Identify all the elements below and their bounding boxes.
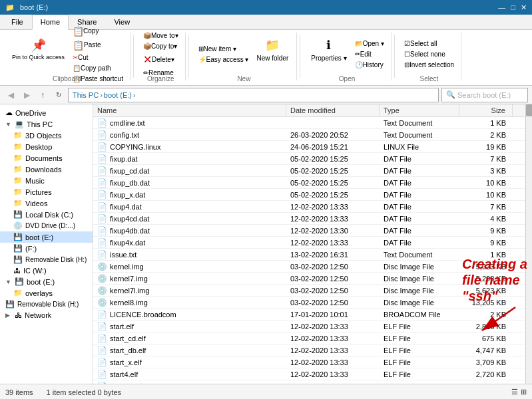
col-header-name[interactable]: Name [93, 104, 286, 116]
separator-4 [394, 35, 395, 78]
refresh-btn[interactable]: ↻ [52, 88, 65, 102]
table-row[interactable]: 📄fixup4x.dat12-02-2020 13:33DAT File9 KB [93, 237, 532, 249]
forward-btn[interactable]: ▶ [20, 88, 33, 102]
table-row[interactable]: 📄start_db.elf12-02-2020 13:33ELF File4,7… [93, 344, 532, 356]
back-btn[interactable]: ◀ [4, 88, 17, 102]
table-row[interactable]: 📄start_cd.elf12-02-2020 13:33ELF File675… [93, 332, 532, 344]
table-row[interactable]: 📄LICENCE.broadcom17-01-2020 10:01BROADCO… [93, 309, 532, 321]
file-modified-cell: 05-02-2020 15:25 [286, 166, 380, 176]
table-row[interactable]: 💿kernel7l.img03-02-2020 12:50Disc Image … [93, 285, 532, 297]
col-header-type[interactable]: Type [380, 104, 459, 116]
table-row[interactable]: 📄issue.txt13-02-2020 16:31Text Document1… [93, 249, 532, 261]
sidebar-item-onedrive[interactable]: ☁ OneDrive [0, 107, 93, 118]
cut-btn[interactable]: ✂ Cut [70, 53, 126, 63]
sidebar-item-downloads[interactable]: 📁 Downloads [0, 164, 93, 175]
file-name-cell: 📄start.elf [93, 321, 286, 332]
table-row[interactable]: 📄start_x.elf12-02-2020 13:33ELF File3,70… [93, 356, 532, 368]
copy-path-btn[interactable]: 📋 Copy path [70, 63, 126, 73]
easy-access-btn[interactable]: ⚡ Easy access ▾ [196, 55, 252, 65]
file-modified-cell: 03-02-2020 12:50 [286, 286, 380, 295]
sidebar-item-music[interactable]: 📁 Music [0, 175, 93, 186]
table-row[interactable]: 📄start4.elf12-02-2020 13:33ELF File2,720… [93, 368, 532, 380]
address-segment-boot[interactable]: boot (E:) [104, 91, 132, 99]
sidebar-item-thispc[interactable]: ▼ 💻 This PC [0, 118, 93, 130]
ribbon: 📌 Pin to Quick access 📋 Copy 📋 Paste ✂ C… [0, 30, 532, 86]
sidebar-item-pictures[interactable]: 📁 Pictures [0, 186, 93, 198]
icw-icon: 🖧 [13, 267, 21, 275]
col-header-size[interactable]: Size [459, 104, 513, 116]
col-header-modified[interactable]: Date modified [286, 104, 380, 116]
f-icon: 💾 [13, 244, 23, 253]
table-row[interactable]: 📄fixup.dat05-02-2020 15:25DAT File7 KB [93, 153, 532, 165]
edit-btn[interactable]: ✏ Edit [352, 49, 387, 59]
table-row[interactable]: 📄fixup4.dat12-02-2020 13:33DAT File7 KB [93, 201, 532, 213]
new-item-btn[interactable]: ⊞ New item ▾ [196, 44, 252, 54]
collapse-thispc[interactable]: ▼ [5, 121, 12, 128]
collapse-boot[interactable]: ▼ [5, 279, 12, 285]
table-row[interactable]: 💿kernel7.img03-02-2020 12:50Disc Image F… [93, 273, 532, 285]
sidebar-item-f[interactable]: 💾 (F:) [0, 243, 93, 254]
invert-selection-btn[interactable]: ⊟ Invert selection [401, 60, 457, 70]
sidebar-item-boot-root[interactable]: ▼ 💾 boot (E:) [0, 276, 93, 287]
list-view-btn[interactable]: ☰ [511, 388, 518, 396]
move-to-btn[interactable]: 📦 Move to▾ [140, 31, 181, 41]
properties-btn[interactable]: ℹ Properties ▾ [307, 34, 350, 64]
table-row[interactable]: 📄fixup_db.dat05-02-2020 15:25DAT File10 … [93, 177, 532, 189]
table-row[interactable]: 💿kernel.img03-02-2020 12:50Disc Image Fi… [93, 261, 532, 273]
sidebar-item-overlays[interactable]: 📁 overlays [0, 287, 93, 299]
table-row[interactable]: 📄fixup_x.dat05-02-2020 15:25DAT File10 K… [93, 189, 532, 201]
table-row[interactable]: 💿kernel8.img03-02-2020 12:50Disc Image F… [93, 297, 532, 309]
table-row[interactable]: 📄start.elf12-02-2020 13:33ELF File2,816 … [93, 321, 532, 332]
tab-home[interactable]: Home [32, 15, 69, 30]
new-folder-btn[interactable]: 📁 New folder [252, 34, 292, 64]
sidebar-item-icw[interactable]: 🖧 IC (W:) [0, 265, 93, 276]
grid-view-btn[interactable]: ⊞ [521, 388, 527, 396]
tab-file[interactable]: File [3, 15, 32, 29]
select-content: ☑ Select all ☐ Select none ⊟ Invert sele… [401, 34, 457, 74]
sidebar-item-documents[interactable]: 📁 Documents [0, 152, 93, 164]
history-btn[interactable]: 🕐 History [352, 60, 387, 70]
up-btn[interactable]: ↑ [36, 88, 49, 102]
table-row[interactable]: 📄start4cd.elf12-02-2020 13:33ELF File766… [93, 380, 532, 384]
sidebar-item-desktop[interactable]: 📁 Desktop [0, 141, 93, 152]
file-list-area[interactable]: Name Date modified Type Size 📄cmdline.tx… [93, 104, 532, 384]
boote-icon: 💾 [13, 233, 23, 241]
open-btn[interactable]: 📂 Open ▾ [352, 39, 387, 49]
file-icon: 📄 [97, 118, 107, 128]
minimize-btn[interactable]: — [498, 3, 505, 12]
select-none-btn[interactable]: ☐ Select none [401, 49, 457, 59]
sidebar-item-3dobjects[interactable]: 📁 3D Objects [0, 130, 93, 141]
sidebar-item-network[interactable]: ▶ 🖧 Network [0, 310, 93, 321]
table-row[interactable]: 📄fixup4cd.dat12-02-2020 13:33DAT File4 K… [93, 213, 532, 225]
select-all-btn[interactable]: ☑ Select all [401, 39, 457, 49]
sidebar-item-boote[interactable]: 💾 boot (E:) [0, 231, 93, 243]
sidebar-item-videos[interactable]: 📁 Videos [0, 198, 93, 209]
copy-to-btn[interactable]: 📦 Copy to▾ [140, 41, 181, 51]
sidebar-item-removable2[interactable]: 💾 Removable Disk (H:) [0, 299, 93, 310]
file-modified-cell [286, 122, 380, 124]
copy-btn[interactable]: 📋 Copy [70, 25, 126, 38]
table-row[interactable]: 📄cmdline.txtText Document1 KB [93, 117, 532, 129]
address-path[interactable]: This PC › boot (E:) › [68, 88, 439, 102]
sidebar-item-removableh[interactable]: 💾 Removable Disk (H:) [0, 254, 93, 265]
file-size-cell: 4,747 KB [459, 346, 513, 355]
file-rows-container: 📄cmdline.txtText Document1 KB📄config.txt… [93, 117, 532, 384]
sidebar-item-dvd[interactable]: 💿 DVD Drive (D:...) [0, 220, 93, 231]
close-btn[interactable]: ✕ [521, 3, 527, 12]
delete-btn[interactable]: ✕ Delete▾ [140, 52, 181, 67]
maximize-btn[interactable]: □ [511, 3, 515, 12]
file-icon: 📄 [97, 370, 107, 379]
table-row[interactable]: 📄fixup4db.dat12-02-2020 13:30DAT File9 K… [93, 225, 532, 237]
table-row[interactable]: 📄config.txt26-03-2020 20:52Text Document… [93, 129, 532, 141]
sidebar-label-pictures: Pictures [25, 188, 52, 196]
table-row[interactable]: 📄COPYING.linux24-06-2019 15:21LINUX File… [93, 141, 532, 153]
file-name-cell: 📄start_db.elf [93, 345, 286, 356]
address-segment-thispc[interactable]: This PC [73, 91, 99, 99]
paste-btn[interactable]: 📋 Paste [70, 39, 126, 52]
file-size-cell: 2 KB [459, 130, 513, 140]
table-row[interactable]: 📄fixup_cd.dat05-02-2020 15:25DAT File3 K… [93, 165, 532, 177]
pin-quick-access-btn[interactable]: 📌 Pin to Quick access [8, 34, 69, 63]
search-box[interactable]: 🔍 Search boot (E:) [441, 88, 528, 102]
sidebar-item-localc[interactable]: 💾 Local Disk (C:) [0, 209, 93, 220]
collapse-network[interactable]: ▶ [5, 312, 12, 319]
